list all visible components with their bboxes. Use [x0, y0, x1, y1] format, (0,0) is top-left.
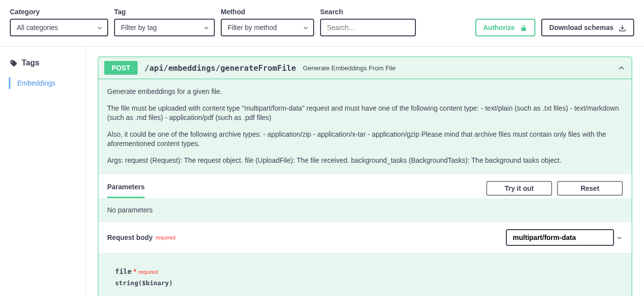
- method-select[interactable]: Filter by method: [221, 19, 314, 36]
- tab-parameters[interactable]: Parameters: [107, 179, 145, 198]
- request-body-title: Request body: [107, 234, 153, 241]
- sidebar: Tags Embeddings: [0, 47, 86, 296]
- sidebar-item-label: Embeddings: [17, 79, 56, 87]
- method-label: Method: [221, 8, 314, 16]
- parameters-tabrow: Parameters Try it out Reset: [98, 174, 632, 198]
- reset-button[interactable]: Reset: [557, 181, 623, 196]
- search-label: Search: [320, 8, 416, 16]
- operation-path: /api/embeddings/generateFromFile: [145, 63, 296, 73]
- param-name: file: [115, 267, 132, 275]
- category-select-wrap: All categories: [10, 19, 108, 36]
- body-param-row: file * required string($binary): [115, 267, 623, 287]
- required-tag: required: [156, 235, 176, 240]
- required-star: *: [134, 267, 136, 275]
- method-badge: POST: [104, 61, 138, 75]
- download-schemas-button[interactable]: Download schemas: [541, 19, 634, 36]
- sidebar-heading: Tags: [10, 59, 86, 67]
- unlock-icon: [520, 23, 527, 31]
- search-input[interactable]: [320, 19, 416, 36]
- required-text: required: [138, 269, 158, 275]
- sidebar-heading-text: Tags: [22, 59, 39, 67]
- category-label: Category: [10, 8, 108, 16]
- operation-description: Generate embeddings for a given file. Th…: [98, 79, 632, 174]
- operation-block: POST /api/embeddings/generateFromFile Ge…: [98, 57, 632, 296]
- top-filter-bar: Category All categories Tag Filter by ta…: [0, 0, 644, 47]
- method-select-wrap: Filter by method: [221, 19, 314, 36]
- desc-paragraph: The file must be uploaded with content t…: [107, 104, 623, 123]
- tag-icon: [10, 59, 18, 67]
- request-body-header: Request body required multipart/form-dat…: [98, 222, 632, 253]
- authorize-label: Authorize: [483, 24, 515, 31]
- request-body-params: file * required string($binary): [98, 253, 632, 296]
- method-filter: Method Filter by method: [221, 8, 314, 36]
- operation-header[interactable]: POST /api/embeddings/generateFromFile Ge…: [98, 57, 632, 79]
- desc-paragraph: Generate embeddings for a given file.: [107, 87, 623, 97]
- content-type-select[interactable]: multipart/form-data: [506, 229, 614, 246]
- sidebar-item-embeddings[interactable]: Embeddings: [9, 77, 86, 89]
- authorize-button[interactable]: Authorize: [475, 19, 536, 36]
- desc-paragraph: Args: request (Request): The request obj…: [107, 156, 623, 166]
- tag-filter: Tag Filter by tag: [114, 8, 215, 36]
- layout: Tags Embeddings POST /api/embeddings/gen…: [0, 47, 644, 296]
- tag-select-wrap: Filter by tag: [114, 19, 215, 36]
- download-label: Download schemas: [549, 24, 614, 31]
- content-type-wrap: multipart/form-data: [506, 229, 623, 246]
- download-icon: [618, 23, 626, 31]
- category-select[interactable]: All categories: [10, 19, 108, 36]
- tag-label: Tag: [114, 8, 215, 16]
- search-filter: Search: [320, 8, 416, 36]
- category-filter: Category All categories: [10, 8, 108, 36]
- desc-paragraph: Also, it could be one of the following a…: [107, 130, 623, 149]
- try-it-out-button[interactable]: Try it out: [486, 181, 552, 196]
- chevron-up-icon: [617, 63, 626, 72]
- parameters-section: No parameters: [98, 198, 632, 222]
- param-type: string($binary): [115, 279, 623, 287]
- main-content: POST /api/embeddings/generateFromFile Ge…: [86, 47, 644, 296]
- chevron-down-icon: [616, 234, 623, 241]
- no-parameters-text: No parameters: [107, 206, 623, 214]
- operation-summary: Generate Embeddings From File: [303, 64, 396, 72]
- tag-select[interactable]: Filter by tag: [114, 19, 215, 36]
